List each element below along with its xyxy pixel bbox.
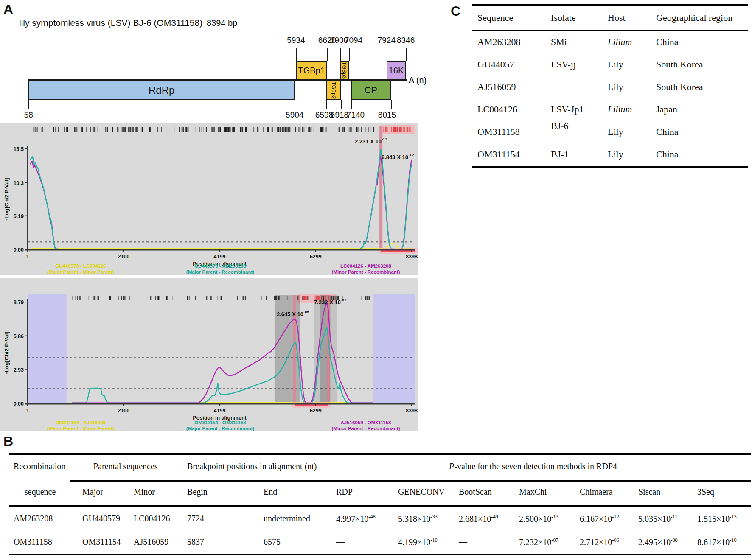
cell-sequence: LC004126 — [477, 104, 517, 115]
cell-pvalue: 5.035×10-11 — [638, 514, 677, 524]
cell-pvalue: 1.515×10-13 — [697, 514, 737, 524]
cell-region: China — [656, 149, 679, 160]
cell-pvalue: 2.681×10-49 — [459, 514, 498, 524]
gene-label-rdrp: RdRp — [149, 84, 174, 96]
column-header-rdp: RDP — [336, 487, 353, 497]
coord-leader-bottom — [391, 100, 392, 109]
cell-minor: LC004126 — [134, 514, 170, 524]
cell-pvalue: 7.232×10-07 — [519, 537, 558, 547]
cell-sequence: OM311158 — [14, 537, 52, 547]
column-header-bootscan: BootScan — [459, 487, 492, 497]
gene-label-16k: 16K — [389, 66, 404, 76]
cell-pvalue: 2.495×10-08 — [638, 537, 678, 547]
column-header-geneconv: GENECONV — [398, 487, 445, 497]
cell-host: Lilium — [608, 104, 632, 115]
column-header-chimaera: Chimaera — [580, 487, 613, 497]
cell-host: Lily — [608, 81, 623, 92]
cell-major: GU440579 — [82, 514, 120, 524]
cell-pvalue: 2.712×10-06 — [580, 537, 619, 547]
cell-isolate: LSV-jj — [551, 59, 576, 70]
table-b-rule-header — [9, 505, 751, 507]
column-header-maxchi: MaxChi — [519, 487, 547, 497]
table-c-rule-top — [472, 4, 748, 6]
gene-label-tgbp2: TGBp2 — [331, 82, 337, 99]
coord-leader-top — [327, 48, 328, 61]
gene-label-tgbp3: TGBp3 — [341, 62, 347, 79]
cell-host: Lily — [608, 126, 623, 137]
gene-box-tgbp2: TGBp2 — [326, 81, 341, 100]
cell-host: Lily — [608, 59, 623, 70]
cell-end: undetermined — [264, 514, 310, 524]
gene-box-rdrp: RdRp — [28, 81, 295, 100]
cell-host: Lily — [608, 149, 623, 160]
group-header-pvalue: P-value for the seven detection methods … — [449, 462, 617, 471]
column-header-end: End — [264, 487, 277, 497]
coord-leader-top — [340, 48, 341, 61]
group-header-parental: Parental sequences — [93, 462, 158, 471]
coord-leader-top — [387, 48, 387, 61]
figure-canvas: { "panel_a": { "label": "A", "title": "l… — [0, 0, 752, 560]
cell-pvalue: 4.199×10-10 — [398, 537, 438, 547]
gene-box-cp: CP — [351, 81, 391, 100]
coord-leader-bottom — [295, 100, 295, 109]
cell-pvalue: — — [459, 537, 467, 547]
cell-begin: 5837 — [187, 537, 204, 547]
cell-sequence: AM263208 — [14, 514, 53, 524]
table-c-rule-header — [472, 30, 748, 31]
coord-leader-bottom — [326, 100, 327, 109]
cell-pvalue: 2.500×10-13 — [519, 514, 558, 524]
gene-label-cp: CP — [364, 85, 377, 96]
cell-sequence: AJ516059 — [477, 81, 516, 92]
column-header-3seq: 3Seq — [697, 487, 714, 497]
cell-major: OM311154 — [82, 537, 121, 547]
group-header-recombination: Recombination — [14, 462, 65, 471]
cell-pvalue: 4.997×10-48 — [336, 514, 376, 524]
table-b-rule-groups — [70, 480, 751, 482]
coord-leader-top — [349, 48, 350, 61]
cell-minor: AJ516059 — [134, 537, 168, 547]
column-header-major: Major — [82, 487, 103, 497]
gene-label-tgbp1: TGBp1 — [298, 66, 325, 76]
coord-leader-top — [406, 48, 407, 61]
cell-pvalue: 5.318×10-33 — [398, 514, 438, 524]
coord-leader-bottom — [351, 100, 352, 109]
column-header-begin: Begin — [187, 487, 208, 497]
cell-region: Japan — [656, 104, 677, 115]
group-header-sequence: sequence — [25, 487, 56, 497]
column-header-geographical-region: Geographical region — [656, 12, 732, 23]
cell-region: South Korea — [656, 81, 703, 92]
cell-end: 6575 — [264, 537, 281, 547]
cell-isolate: SMi — [551, 36, 567, 48]
cell-sequence: GU44057 — [477, 59, 514, 70]
cell-host: Lilium — [608, 36, 632, 48]
gene-box-tgbp3: TGBp3 — [340, 61, 349, 80]
table-b-rule-top — [9, 453, 751, 455]
cell-begin: 7724 — [187, 514, 204, 524]
table-c-rule-bottom — [472, 166, 748, 168]
gene-box-tgbp1: TGBp1 — [296, 61, 327, 80]
table-b-rule-bottom — [9, 554, 751, 555]
coord-leader-bottom — [28, 100, 29, 109]
cell-sequence: OM311158 — [477, 126, 520, 137]
cell-pvalue: — — [336, 537, 345, 547]
cell-isolate: BJ-1 — [551, 149, 569, 160]
cell-isolate: BJ-6 — [551, 120, 569, 132]
group-header-breakpoint: Breakpoint positions in alignment (nt) — [187, 462, 317, 471]
gene-box-16k: 16K — [387, 61, 406, 80]
cell-region: China — [656, 36, 679, 48]
coord-leader-top — [296, 48, 297, 61]
cell-pvalue: 8.617×10-10 — [697, 537, 737, 547]
cell-sequence: AM263208 — [477, 36, 520, 48]
column-header-sequence: Sequence — [477, 12, 513, 23]
cell-pvalue: 6.167×10-12 — [580, 514, 619, 524]
column-header-host: Host — [608, 12, 626, 23]
cell-isolate: LSV-Jp1 — [551, 104, 584, 115]
column-header-isolate: Isolate — [551, 12, 576, 23]
column-header-siscan: Siscan — [638, 487, 660, 497]
cell-sequence: OM311154 — [477, 149, 520, 160]
cell-region: China — [656, 126, 679, 137]
column-header-minor: Minor — [134, 487, 155, 497]
coord-leader-bottom — [341, 100, 342, 109]
cell-region: South Korea — [656, 59, 703, 70]
